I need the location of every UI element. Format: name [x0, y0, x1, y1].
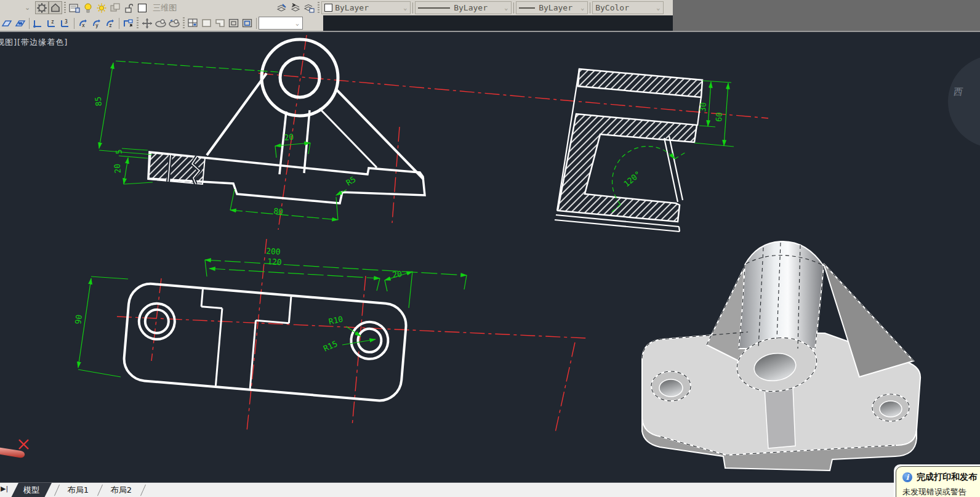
pan-3d-button[interactable] [140, 17, 154, 30]
dim-90: 90 [73, 314, 84, 325]
linetype-combo[interactable]: ByLayer ⌄ [415, 1, 512, 14]
notification-message: 未发现错误或警告 [902, 487, 980, 497]
house-icon [50, 3, 60, 12]
x-axis-marker [19, 440, 28, 449]
ucs-3d-axis [0, 440, 28, 458]
ucs-rotate-z-button[interactable]: z [103, 17, 117, 30]
svg-text:y: y [95, 23, 98, 28]
ucs-3point-icon: 3 [60, 18, 71, 28]
join-viewports-button[interactable] [214, 17, 227, 30]
layer-properties-icon [69, 3, 80, 13]
open-padlock-icon [124, 3, 133, 13]
viewport-scale-combo[interactable]: ⌄ [259, 17, 303, 30]
toolbar-row-1: ⌄ [0, 0, 673, 15]
free-orbit-button[interactable] [167, 17, 181, 30]
dim-r10: R10 [328, 314, 344, 326]
ucs-3point-button[interactable]: 3 [58, 17, 72, 30]
orbit-button[interactable] [154, 17, 167, 30]
single-viewport-button[interactable] [200, 17, 214, 30]
layers-pencil-icon [276, 3, 287, 13]
dim-85: 85 [94, 96, 103, 107]
toolbar-separator [256, 18, 257, 29]
toolbar-area: ⌄ [0, 0, 980, 32]
ucs-icon[interactable] [0, 17, 14, 30]
ucs-x-icon: x [78, 18, 89, 28]
dim-30: 30 [698, 102, 708, 113]
toolbar-grip[interactable] [183, 17, 185, 30]
plot-style-combo[interactable]: ByColor ⌄ [592, 1, 664, 14]
front-view [148, 39, 425, 203]
dim-60: 60 [714, 112, 724, 123]
ucs-rotate-y-button[interactable]: y [90, 17, 103, 30]
polygonal-viewport-button[interactable] [227, 17, 241, 30]
tab-layout2-label: 布局2 [111, 485, 132, 496]
toolbar-grip[interactable] [318, 2, 319, 14]
dim-5: 5 [114, 149, 124, 155]
tab-layout1[interactable]: 布局1 [59, 483, 97, 497]
front-rib [765, 387, 795, 448]
shaded-3d-model [642, 241, 920, 471]
tab-divider [140, 485, 146, 496]
current-view-name: 三维图 [153, 2, 177, 14]
ucs-world-icon[interactable] [14, 17, 27, 30]
ucs-zaxis-icon: z [46, 18, 57, 28]
color-combo-value: ByLayer [335, 3, 369, 12]
convert-viewport-button[interactable] [241, 17, 254, 30]
convert-viewport-icon [242, 18, 253, 28]
svg-text:z: z [109, 23, 112, 28]
ucs-apply-button[interactable] [121, 17, 135, 30]
ucs-rotate-x-button[interactable]: x [76, 17, 90, 30]
toolbar-grip[interactable] [64, 2, 66, 14]
single-viewport-icon [201, 18, 212, 28]
svg-text:3: 3 [65, 19, 68, 25]
layer-color-swatch[interactable] [135, 1, 149, 14]
layer-properties-button[interactable] [68, 1, 81, 14]
dim-120deg: 120° [622, 169, 643, 189]
chevron-down-icon: ⌄ [294, 20, 301, 26]
ucs-origin-icon [33, 18, 44, 28]
toolbar-separator [590, 2, 590, 14]
toolbar-separator [29, 18, 30, 29]
settings-gear-button[interactable] [35, 1, 49, 14]
dim-20-rib: 20 [284, 132, 294, 142]
color-swatch-icon [138, 4, 147, 12]
layer-lock-button[interactable] [122, 1, 135, 14]
tab-model[interactable]: 模型 [11, 483, 52, 497]
gear-icon [37, 3, 47, 13]
pan-3d-icon [142, 18, 153, 29]
tab-divider [97, 485, 103, 496]
polygonal-viewport-icon [228, 18, 239, 28]
layer-thaw-button[interactable] [95, 1, 108, 14]
home-view-button[interactable] [49, 1, 62, 14]
lineweight-combo-value: ByLayer [539, 3, 572, 12]
ucs-origin-button[interactable] [31, 17, 45, 30]
tab-nav-icon[interactable]: ▶| [1, 485, 8, 493]
named-viewports-icon [188, 18, 199, 28]
svg-text:x: x [82, 23, 85, 28]
named-viewports-button[interactable] [187, 17, 200, 30]
lineweight-combo[interactable]: ByLayer ⌄ [516, 1, 588, 14]
toolbar-row-2: z 3 x y z [0, 15, 323, 31]
info-icon: i [902, 472, 912, 482]
dim-120: 120 [267, 257, 282, 267]
ucs-apply-icon [122, 18, 134, 28]
layer-previous-button[interactable] [289, 1, 302, 14]
color-combo[interactable]: ByLayer ⌄ [321, 1, 411, 14]
layer-states-button[interactable] [302, 1, 316, 14]
ucs-zaxis-button[interactable]: z [45, 17, 58, 30]
orbit-icon [155, 18, 167, 28]
layer-on-button[interactable] [81, 1, 95, 14]
join-viewports-icon [215, 18, 226, 28]
cylinder-boss [739, 241, 824, 349]
layer-freeze-button[interactable] [108, 1, 122, 14]
tab-layout2[interactable]: 布局2 [102, 483, 140, 497]
chevron-down-icon: ⌄ [654, 4, 662, 11]
toolbar-grip[interactable] [137, 17, 139, 30]
ucs-plane-icon [1, 18, 12, 28]
notification-balloon[interactable]: i 完成打印和发布 未发现错误或警告 [896, 466, 980, 497]
dim-20-thickness: 20 [113, 163, 122, 174]
collapse-chevron-icon[interactable]: ⌄ [25, 4, 30, 12]
layers-arrow-icon [290, 3, 301, 13]
make-layer-current-button[interactable] [275, 1, 289, 14]
toolbar-separator [513, 2, 514, 14]
